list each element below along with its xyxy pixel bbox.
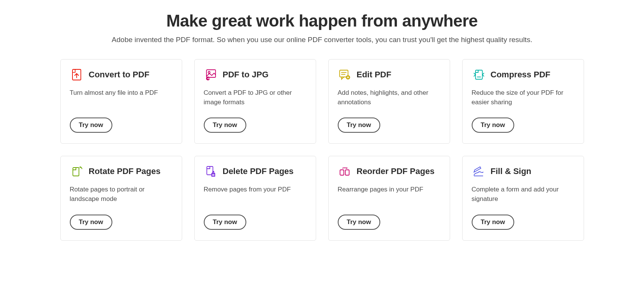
hero-section: Make great work happen from anywhere Ado… <box>60 11 584 44</box>
edit-pdf-icon <box>338 68 351 82</box>
page-subtitle: Adobe invented the PDF format. So when y… <box>60 36 584 44</box>
try-now-button[interactable]: Try now <box>472 118 514 133</box>
rotate-pdf-icon <box>70 165 83 178</box>
card-title: Delete PDF Pages <box>223 166 294 176</box>
try-now-button[interactable]: Try now <box>70 215 112 230</box>
pdf-to-jpg-icon <box>204 68 217 82</box>
convert-to-pdf-icon <box>70 68 83 82</box>
try-now-button[interactable]: Try now <box>338 215 380 230</box>
delete-pdf-icon <box>204 165 217 178</box>
card-delete-pdf[interactable]: Delete PDF Pages Remove pages from your … <box>194 156 316 240</box>
svg-rect-13 <box>340 170 344 175</box>
page-title: Make great work happen from anywhere <box>60 11 584 30</box>
card-title: Rotate PDF Pages <box>89 166 161 176</box>
try-now-button[interactable]: Try now <box>204 215 246 230</box>
tools-grid: Convert to PDF Turn almost any file into… <box>60 59 584 241</box>
try-now-button[interactable]: Try now <box>70 118 112 133</box>
card-pdf-to-jpg[interactable]: PDF to JPG Convert a PDF to JPG or other… <box>194 59 316 144</box>
card-fill-sign[interactable]: Fill & Sign Complete a form and add your… <box>462 156 584 240</box>
card-desc: Remove pages from your PDF <box>204 185 307 204</box>
card-compress-pdf[interactable]: Compress PDF Reduce the size of your PDF… <box>462 59 584 144</box>
card-title: Fill & Sign <box>491 166 532 176</box>
svg-rect-14 <box>345 170 349 175</box>
compress-pdf-icon <box>472 68 485 82</box>
card-title: Reorder PDF Pages <box>357 166 435 176</box>
card-title: Compress PDF <box>491 70 551 80</box>
card-title: Convert to PDF <box>89 70 150 80</box>
card-convert-to-pdf[interactable]: Convert to PDF Turn almost any file into… <box>60 59 182 144</box>
try-now-button[interactable]: Try now <box>204 118 246 133</box>
card-desc: Rotate pages to portrait or landscape mo… <box>70 185 173 204</box>
svg-point-2 <box>208 72 210 74</box>
card-title: Edit PDF <box>357 70 392 80</box>
card-reorder-pdf[interactable]: Reorder PDF Pages Rearrange pages in you… <box>328 156 450 240</box>
card-desc: Convert a PDF to JPG or other image form… <box>204 88 307 107</box>
reorder-pdf-icon <box>338 165 351 178</box>
fill-sign-icon <box>472 165 485 178</box>
card-edit-pdf[interactable]: Edit PDF Add notes, highlights, and othe… <box>328 59 450 144</box>
card-rotate-pdf[interactable]: Rotate PDF Pages Rotate pages to portrai… <box>60 156 182 240</box>
card-desc: Add notes, highlights, and other annotat… <box>338 88 441 107</box>
try-now-button[interactable]: Try now <box>472 215 514 230</box>
svg-rect-8 <box>476 70 482 79</box>
card-desc: Rearrange pages in your PDF <box>338 185 441 204</box>
card-desc: Reduce the size of your PDF for easier s… <box>472 88 575 107</box>
card-desc: Complete a form and add your signature <box>472 185 575 204</box>
card-title: PDF to JPG <box>223 70 269 80</box>
card-desc: Turn almost any file into a PDF <box>70 88 173 107</box>
try-now-button[interactable]: Try now <box>338 118 380 133</box>
